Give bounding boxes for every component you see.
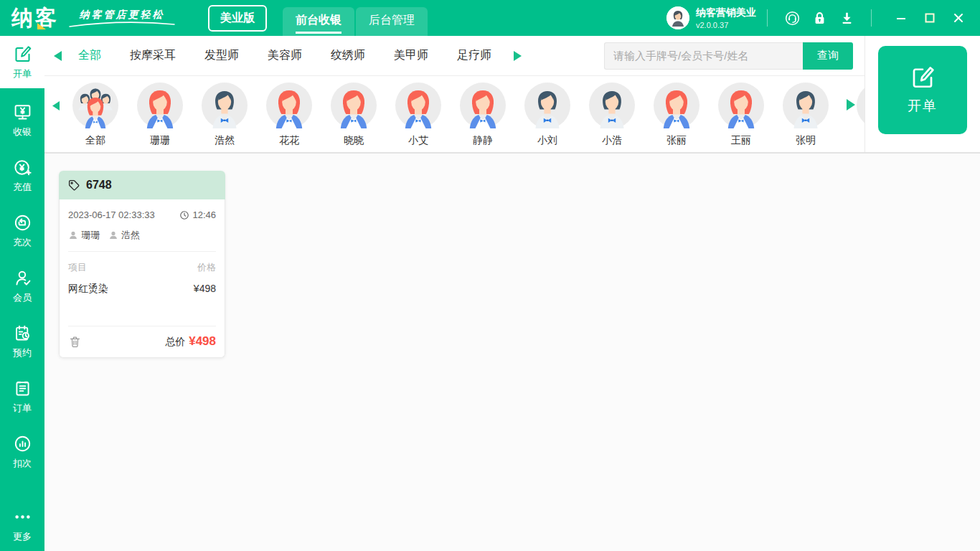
staff-name: 小艾 [408,134,428,146]
order-card-header: 6748 [59,171,225,199]
order-datetime: 2023-06-17 02:33:33 [68,209,155,220]
order-item-price: ¥498 [194,283,216,296]
order-duration: 12:46 [179,209,216,220]
staff-name: 晓晓 [344,134,364,146]
category-scroll-left-icon[interactable] [50,49,65,63]
staff-male-avatar-icon [202,83,248,128]
close-button[interactable] [944,0,973,36]
staff-item[interactable]: 浩然 [192,83,257,146]
order-staff-member: 浩然 [108,229,140,242]
user-info[interactable]: 纳客营销美业 v2.0.0.37 [666,6,756,29]
order-staff: 珊珊 浩然 [68,229,216,252]
filter-tab-beautician[interactable]: 美容师 [268,48,302,63]
download-icon[interactable] [833,0,860,36]
search-button[interactable]: 查询 [803,42,853,70]
staff-item-clipped[interactable] [847,83,864,146]
lock-icon[interactable] [806,0,833,36]
more-icon [13,507,32,527]
filter-tab-massage-ear[interactable]: 按摩采耳 [130,48,176,63]
clock-icon [179,210,189,220]
staff-group-avatar-icon [72,83,118,128]
staff-item[interactable]: 小浩 [580,83,644,146]
order-columns: 项目 价格 [68,261,216,274]
tag-icon [67,179,80,192]
filter-tab-pedicurist[interactable]: 足疗师 [457,48,491,63]
staff-item[interactable]: 张明 [773,83,838,146]
top-section: 全部 按摩采耳 发型师 美容师 纹绣师 美甲师 足疗师 查询 [44,36,980,154]
staff-scroll-left-icon[interactable] [49,99,63,113]
order-total: 总价 ¥498 [165,334,216,349]
column-price-label: 价格 [197,261,216,274]
staff-item[interactable]: 张丽 [644,83,709,146]
staff-item[interactable]: 晓晓 [321,83,386,146]
open-bill-icon [910,65,936,90]
content-area: 全部 按摩采耳 发型师 美容师 纹绣师 美甲师 足疗师 查询 [44,36,980,551]
staff-name: 浩然 [215,134,235,146]
logo-text: 纳客 [11,6,59,29]
staff-avatar-row: 全部 珊珊 浩然 花花 [44,76,864,152]
staff-female-avatar-icon [718,83,764,128]
delete-order-button[interactable] [68,335,82,349]
search-input[interactable] [604,42,803,70]
sidebar-item-recharge[interactable]: 充值 [0,149,44,202]
tagline-text: 纳客管店更轻松 [80,9,165,22]
sidebar-item-orders[interactable]: 订单 [0,370,44,423]
orders-icon [13,379,32,398]
staff-name: 花花 [279,134,299,146]
order-card-footer: 总价 ¥498 [68,326,216,349]
order-item-row: 网红烫染 ¥498 [68,283,216,296]
user-text: 纳客营销美业 v2.0.0.37 [696,6,756,29]
app-logo: 纳客 [11,0,59,36]
staff-name: 小刘 [537,134,557,146]
person-icon [68,230,78,240]
recharge-times-icon [13,213,32,232]
staff-item[interactable]: 王丽 [709,83,773,146]
staff-name: 张明 [796,134,816,146]
tab-backend-management[interactable]: 后台管理 [356,7,428,36]
order-card[interactable]: 6748 2023-06-17 02:33:33 12:46 [59,171,225,358]
customer-service-icon[interactable] [778,0,806,36]
staff-item[interactable]: 小艾 [386,83,451,146]
staff-item[interactable]: 小刘 [515,83,580,146]
filter-tab-tattooist[interactable]: 纹绣师 [331,48,365,63]
filter-tab-manicurist[interactable]: 美甲师 [394,48,428,63]
category-scroll-right-icon[interactable] [510,49,525,63]
minimize-button[interactable] [887,0,915,36]
order-item-name: 网红烫染 [68,283,108,296]
tab-front-desk-cashier[interactable]: 前台收银 [283,7,354,36]
category-filter-bar: 全部 按摩采耳 发型师 美容师 纹绣师 美甲师 足疗师 查询 [44,36,864,76]
staff-male-avatar-icon [589,83,635,128]
staff-scroll-right-icon[interactable] [843,97,859,113]
staff-female-avatar-icon [654,83,699,128]
user-name: 纳客营销美业 [696,6,756,19]
tagline: 纳客管店更轻松 [67,9,176,28]
staff-item-all[interactable]: 全部 [63,83,128,146]
filter-tab-hairstylist[interactable]: 发型师 [204,48,239,63]
sidebar-item-cashier[interactable]: 收银 [0,94,44,146]
filter-tab-all[interactable]: 全部 [78,48,101,63]
edition-badge: 美业版 [208,5,267,32]
window-controls [887,0,980,36]
cashier-icon [13,103,32,122]
maximize-button[interactable] [915,0,944,36]
tagline-swoosh-icon [67,22,176,28]
staff-name: 静静 [473,134,493,146]
sidebar-item-more[interactable]: 更多 [0,504,44,547]
staff-male-avatar-icon [524,83,570,128]
sidebar-item-appointment[interactable]: 预约 [0,315,44,367]
staff-item[interactable]: 花花 [257,83,321,146]
staff-item[interactable]: 静静 [451,83,515,146]
right-panel: 开单 [864,36,980,152]
staff-item[interactable]: 珊珊 [128,83,192,146]
open-bill-button[interactable]: 开单 [878,46,967,134]
sidebar-item-open-bill[interactable]: 开单 [0,36,44,88]
staff-female-avatar-icon [137,83,183,128]
order-card-body: 2023-06-17 02:33:33 12:46 [59,199,225,358]
sidebar-item-member[interactable]: 会员 [0,260,44,312]
member-search: 查询 [604,42,853,70]
topbar-divider [871,9,872,27]
main-area: 6748 2023-06-17 02:33:33 12:46 [44,154,980,551]
staff-name: 王丽 [731,134,751,146]
sidebar-item-recharge-times[interactable]: 充次 [0,204,44,257]
sidebar-item-deduct-times[interactable]: 扣次 [0,425,44,478]
